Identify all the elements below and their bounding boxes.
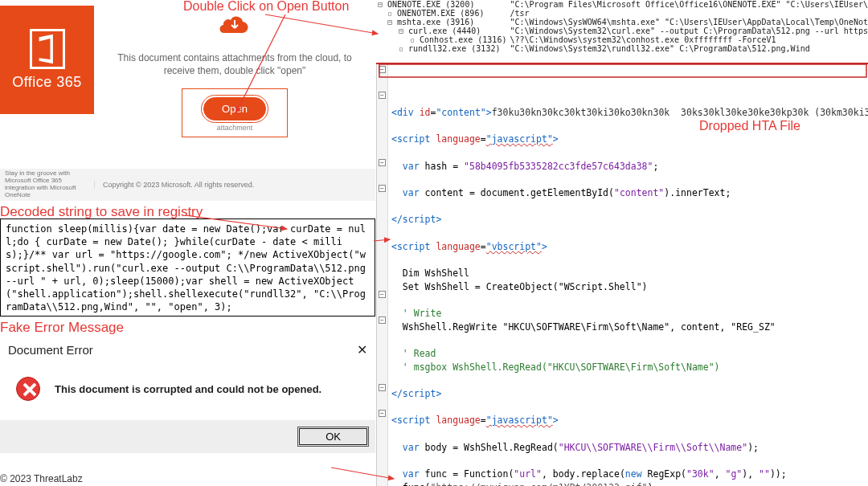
- process-node[interactable]: rundll32.exe (3132): [376, 44, 508, 53]
- fold-icon[interactable]: −: [379, 384, 386, 391]
- annotation-decoded-header: Decoded string to save in registry: [0, 204, 203, 220]
- process-path: "C:\Windows\System32\rundll32.exe" C:\Pr…: [508, 44, 868, 53]
- annotation-double-click: Double Click on Open Button: [183, 0, 349, 14]
- fold-icon[interactable]: −: [379, 410, 386, 417]
- open-button-frame: Open attachment: [182, 88, 288, 137]
- office-brand-text: Office 365: [12, 74, 82, 91]
- close-icon[interactable]: ✕: [357, 342, 367, 357]
- fold-icon[interactable]: −: [379, 317, 386, 324]
- error-dialog: Document Error ✕ This document is corrup…: [0, 337, 375, 453]
- process-node[interactable]: ONENOTEM.EXE (896): [376, 9, 508, 18]
- lure-document-card: This document contains attachments from …: [94, 6, 375, 165]
- error-message: This document is corrupted and could not…: [55, 383, 321, 395]
- process-tree: ONENOTE.EXE (3200)"C:\Program Files\Micr…: [376, 0, 868, 64]
- fold-icon[interactable]: −: [379, 66, 386, 73]
- decoded-script-box: function sleep(millis){var date = new Da…: [0, 218, 375, 317]
- fold-icon[interactable]: −: [379, 185, 386, 192]
- fold-icon[interactable]: −: [379, 291, 386, 298]
- process-path: /tsr: [508, 9, 868, 18]
- lure-footer: Stay in the groove with Microsoft Office…: [0, 169, 375, 201]
- error-title: Document Error: [8, 343, 93, 357]
- ok-button[interactable]: OK: [297, 427, 369, 447]
- lure-message: This document contains attachments from …: [110, 51, 359, 77]
- footer-copyright-text: Copyright © 2023 Microsoft. All rights r…: [94, 181, 375, 189]
- page-copyright: © 2023 ThreatLabz: [0, 473, 83, 484]
- annotation-fake-error: Fake Error Message: [0, 320, 124, 336]
- process-path: "C:\Program Files\Microsoft Office\Offic…: [508, 0, 868, 9]
- cloud-icon: [94, 14, 375, 42]
- office365-banner: Office 365: [0, 6, 94, 114]
- process-path: \??\C:\Windows\system32\conhost.exe 0xff…: [508, 35, 868, 44]
- process-path: "C:\Windows\System32\curl.exe" --output …: [508, 27, 868, 35]
- process-path: "C:\Windows\SysWOW64\mshta.exe" "C:\User…: [508, 18, 868, 27]
- error-button-bar: OK: [0, 420, 375, 453]
- footer-groove-text: Stay in the groove with Microsoft Office…: [0, 167, 94, 202]
- fold-icon[interactable]: −: [379, 92, 386, 99]
- attachment-label: attachment: [203, 124, 266, 132]
- annotation-dropped-hta: Dropped HTA File: [699, 119, 800, 133]
- error-titlebar: Document Error ✕: [0, 337, 375, 364]
- fold-icon[interactable]: −: [379, 159, 386, 166]
- open-button[interactable]: Open: [203, 97, 266, 120]
- process-node[interactable]: Conhost.exe (1316): [376, 35, 508, 44]
- process-node[interactable]: curl.exe (4440): [376, 27, 508, 35]
- office-logo-icon: [30, 29, 65, 69]
- process-node[interactable]: ONENOTE.EXE (3200): [376, 0, 508, 9]
- error-icon: [16, 377, 40, 401]
- process-node[interactable]: mshta.exe (3916): [376, 18, 508, 27]
